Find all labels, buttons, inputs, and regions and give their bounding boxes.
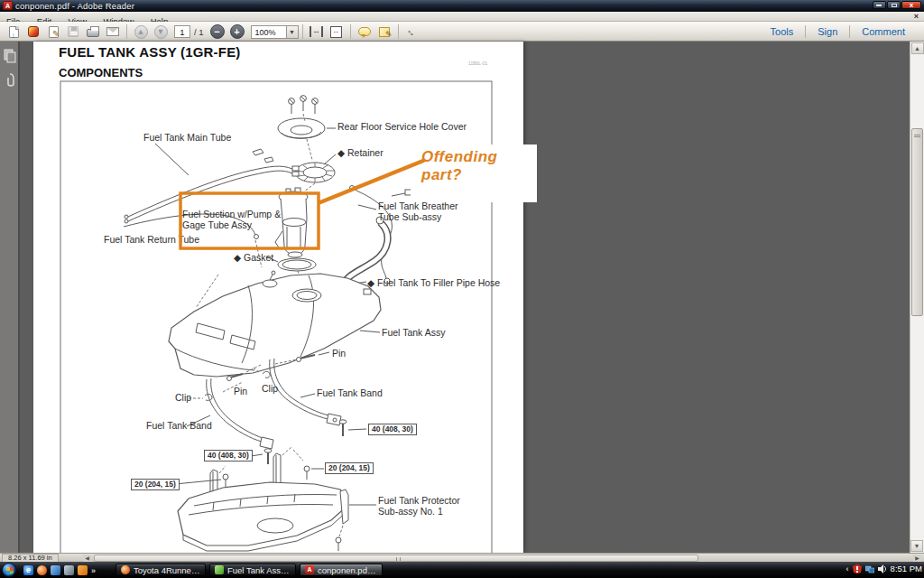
media-player-icon[interactable] (78, 565, 88, 575)
fullscreen-button[interactable]: ↔ (403, 23, 421, 40)
label-clip-left: Clip (175, 392, 191, 403)
adobe-reader-icon: A (305, 565, 314, 574)
close-document-icon[interactable]: × (914, 12, 919, 22)
zoom-dropdown-button[interactable]: ▼ (287, 25, 299, 39)
pdf-page: FUEL TANK ASSY (1GR-FE) COMPONENTS 11B0L… (33, 42, 523, 553)
minus-icon: − (210, 24, 225, 39)
firefox-icon (121, 565, 130, 574)
previous-page-button[interactable]: ▲ (132, 23, 150, 40)
adobe-reader-app-icon: A (3, 1, 13, 10)
explorer-window-icon[interactable] (51, 565, 60, 575)
horizontal-scroll-thumb[interactable] (94, 555, 698, 562)
attachments-paperclip-icon[interactable] (5, 72, 15, 89)
fit-width-icon: ↔ (310, 26, 323, 37)
fill-sign-button[interactable]: ✎ (44, 23, 62, 40)
taskbar-button-fuel-tank[interactable]: Fuel Tank Assy (1GR... (209, 564, 296, 576)
print-button[interactable] (84, 23, 102, 40)
fit-page-button[interactable] (328, 23, 346, 40)
label-suction-pump: Fuel Suction w/Pump & Gage Tube Assy (182, 209, 281, 230)
start-button[interactable] (2, 563, 16, 577)
torque-20-left: 20 (204, 15) (131, 479, 180, 490)
scroll-left-icon[interactable]: ◀ (83, 555, 91, 562)
fill-sign-icon: ✎ (49, 26, 59, 38)
taskbar-button-adobe-reader[interactable]: A conponen.pdf - Ad... (300, 564, 383, 576)
comment-panel-button[interactable]: Comment (850, 22, 917, 42)
diagonal-arrows-icon: ↔ (404, 24, 419, 39)
page-number-input[interactable]: 1 (174, 25, 190, 38)
label-retainer: ◆ Retainer (337, 147, 383, 158)
email-button[interactable] (104, 23, 122, 40)
label-main-tube: Fuel Tank Main Tube (143, 132, 231, 143)
maximize-button[interactable] (887, 1, 901, 9)
zoom-out-button[interactable]: − (208, 23, 226, 40)
sticky-note-icon: ✎ (379, 27, 390, 37)
firefox-icon[interactable] (37, 565, 47, 575)
quick-launch-bar: e » (23, 565, 96, 575)
torque-20-right: 20 (204, 15) (325, 462, 374, 474)
sticky-note-button[interactable]: ✎ (375, 23, 393, 40)
taskbar-button-label: conponen.pdf - Ad... (318, 565, 377, 575)
adobe-send-button[interactable] (24, 23, 42, 40)
label-band-right: Fuel Tank Band (317, 387, 383, 398)
email-icon (106, 27, 119, 36)
label-gasket: ◆ Gasket (234, 252, 273, 263)
status-bar: 8.26 x 11.69 in ◀ ▶ (0, 553, 924, 562)
comment-bubble-button[interactable] (356, 23, 374, 40)
torque-40-left: 40 (408, 30) (204, 450, 253, 461)
arrow-down-icon: ▼ (154, 25, 168, 39)
label-protector: Fuel Tank Protector Sub-assy No. 1 (378, 495, 460, 517)
scroll-right-icon[interactable]: ▶ (913, 555, 921, 562)
show-desktop-icon[interactable] (64, 565, 74, 575)
save-icon (68, 26, 79, 37)
print-icon (87, 29, 99, 37)
sign-panel-button[interactable]: Sign (806, 22, 849, 42)
arrow-up-icon: ▲ (134, 25, 148, 39)
fit-width-button[interactable]: ↔ (308, 23, 326, 40)
label-breather-tube: Fuel Tank Breather Tube Sub-assy (378, 200, 458, 222)
annotation-text: Offending part? (421, 148, 523, 184)
open-icon: ↓ (9, 26, 19, 38)
scroll-up-icon[interactable]: ▲ (911, 42, 924, 54)
page-thumbnails-icon[interactable] (4, 49, 16, 63)
title-bar: A conponen.pdf - Adobe Reader x (0, 0, 924, 12)
label-band-left: Fuel Tank Band (146, 420, 212, 431)
vertical-scroll-thumb[interactable] (911, 128, 923, 316)
components-diagram (33, 42, 523, 553)
window-title: conponen.pdf - Adobe Reader (15, 1, 134, 11)
label-rear-floor-cover: Rear Floor Service Hole Cover (337, 121, 467, 132)
save-button[interactable] (64, 23, 82, 40)
label-pin-lower: Pin (234, 386, 247, 396)
next-page-button[interactable]: ▼ (152, 23, 170, 40)
vertical-scrollbar[interactable]: ▲ ▼ (910, 42, 924, 553)
security-alert-icon[interactable] (853, 564, 862, 573)
zoom-in-button[interactable]: + (228, 23, 246, 40)
volume-icon[interactable] (878, 564, 887, 573)
menu-bar: File Edit View Window Help × (0, 12, 924, 22)
document-pane: FUEL TANK ASSY (1GR-FE) COMPONENTS 11B0L… (0, 42, 924, 553)
taskbar-clock[interactable]: 8:51 PM (891, 564, 922, 573)
document-icon (215, 565, 224, 574)
system-tray: ‹ 8:51 PM (846, 564, 922, 573)
zoom-level-input[interactable]: 100% (251, 25, 287, 39)
label-pin-upper: Pin (332, 348, 346, 359)
open-button[interactable]: ↓ (5, 23, 23, 40)
fit-page-icon (330, 26, 342, 38)
network-icon[interactable] (865, 564, 874, 573)
tray-expand-icon[interactable]: ‹ (846, 564, 849, 573)
internet-explorer-icon[interactable]: e (23, 565, 33, 575)
tools-panel-button[interactable]: Tools (759, 22, 806, 42)
toolbar-chevron-icon[interactable]: » (91, 566, 96, 575)
scroll-down-icon[interactable]: ▼ (910, 540, 923, 552)
navigation-sidebar (0, 42, 20, 553)
taskbar: e » Toyota 4Runner For... Fuel Tank Assy… (0, 562, 924, 578)
windows-logo-icon (6, 566, 14, 574)
label-filler-hose: ◆ Fuel Tank To Filler Pipe Hose (367, 277, 500, 288)
label-return-tube: Fuel Tank Return Tube (104, 234, 199, 245)
label-clip-mid: Clip (262, 383, 278, 394)
close-button[interactable]: x (901, 1, 921, 9)
minimize-button[interactable] (873, 1, 886, 9)
torque-40-right: 40 (408, 30) (368, 424, 417, 435)
plus-icon: + (230, 24, 245, 39)
taskbar-button-browser[interactable]: Toyota 4Runner For... (116, 564, 206, 576)
taskbar-button-label: Fuel Tank Assy (1GR... (227, 565, 291, 575)
